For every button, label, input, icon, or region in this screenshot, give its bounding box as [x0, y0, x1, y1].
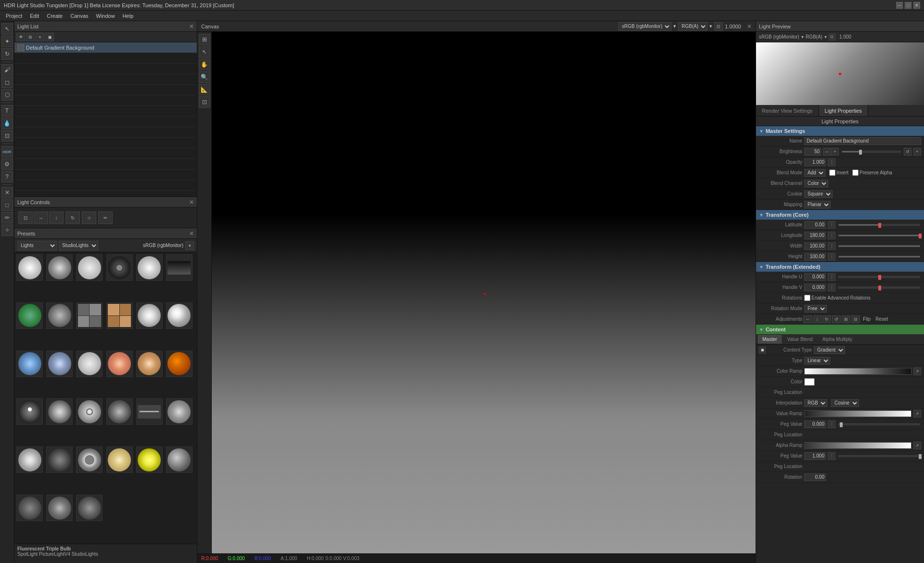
canvas-tool-fit[interactable]: ⊞ [199, 34, 210, 45]
reset-label[interactable]: Reset [875, 316, 888, 322]
color-ramp-bar[interactable] [804, 368, 911, 375]
adj-btn-1[interactable]: ↔ [803, 315, 812, 323]
ctrl-select[interactable]: ⊡ [18, 211, 33, 224]
preset-item-6[interactable] [166, 254, 192, 281]
preview-fit-btn[interactable]: ⊡ [829, 34, 835, 40]
tab-light-props[interactable]: Light Properties [819, 105, 868, 116]
canvas-tool-hand[interactable]: ✋ [199, 59, 210, 70]
tool-settings[interactable]: ⚙ [1, 158, 13, 170]
tool-pen[interactable]: ✏ [1, 212, 13, 223]
transform-core-collapse[interactable]: ▼ [759, 212, 764, 218]
ctrl-scale[interactable]: ⊹ [82, 211, 96, 224]
prop-preserve-alpha-check[interactable] [852, 170, 859, 176]
tool-help[interactable]: ? [1, 171, 13, 183]
menu-create[interactable]: Create [43, 12, 66, 20]
canvas-tool-zoom[interactable]: 🔍 [199, 71, 210, 83]
preset-item-21[interactable] [76, 398, 103, 425]
preset-item-11[interactable] [136, 302, 163, 329]
preview-ch-arrow[interactable]: ▾ [824, 34, 827, 39]
preset-item-20[interactable] [46, 398, 73, 425]
tool-eraser[interactable]: ◻ [1, 77, 13, 88]
adj-btn-5[interactable]: ⊞ [842, 315, 850, 323]
handlev-slider[interactable] [838, 287, 920, 288]
preset-item-25[interactable] [16, 446, 43, 473]
preset-item-3[interactable] [76, 254, 103, 281]
menu-window[interactable]: Window [92, 12, 119, 20]
preset-item-27[interactable] [76, 446, 103, 473]
adj-btn-3[interactable]: ↻ [822, 315, 831, 323]
pegvalue-stepper[interactable]: ⋮ [828, 420, 835, 428]
prop-latitude-input[interactable] [804, 221, 826, 229]
prop-height-input[interactable] [804, 253, 826, 261]
prop-pegvalue3-input[interactable] [804, 452, 826, 460]
brightness-slider[interactable] [842, 151, 901, 153]
prop-contenttype-select[interactable]: Gradient [814, 346, 845, 354]
tool-text[interactable]: T [1, 105, 13, 117]
canvas-colorspace-select[interactable]: sRGB (rgbMonitor) [618, 22, 671, 31]
tool-hdr[interactable]: HDR [1, 146, 13, 157]
presets-close[interactable]: ✕ [189, 230, 194, 237]
prop-interp-select2[interactable]: Cosine [831, 399, 859, 407]
longitude-stepper[interactable]: ⋮ [828, 232, 835, 239]
brightness-more-btn[interactable]: + [913, 148, 921, 156]
tool-magic[interactable]: ✧ [1, 224, 13, 236]
preset-item-16[interactable] [106, 351, 133, 377]
latitude-stepper[interactable]: ⋮ [828, 221, 835, 229]
prop-longitude-input[interactable] [804, 232, 826, 239]
handleu-slider[interactable] [838, 276, 920, 278]
preset-item-31[interactable] [16, 495, 43, 521]
presets-category-select[interactable]: StudioLights [59, 241, 98, 250]
prop-interp-select1[interactable]: RGB [804, 399, 827, 407]
prop-blendchannel-select[interactable]: Color [804, 180, 828, 187]
list-btn-grid[interactable]: ⊞ [26, 33, 35, 41]
prop-name-input[interactable] [804, 137, 921, 145]
close-button[interactable]: ✕ [913, 2, 920, 9]
opacity-stepper[interactable]: ⋮ [828, 158, 835, 166]
prop-cookie-select[interactable]: Square [804, 190, 833, 198]
preset-item-32[interactable] [46, 495, 73, 521]
prop-opacity-input[interactable] [804, 158, 826, 166]
tool-shape[interactable]: ⬡ [1, 89, 13, 101]
list-btn-eye[interactable]: 👁 [16, 33, 25, 41]
value-ramp-bar[interactable] [804, 410, 911, 417]
tool-select[interactable]: ↖ [1, 23, 13, 35]
preset-item-12[interactable] [166, 302, 192, 329]
ctrl-move-v[interactable]: ↕ [49, 211, 64, 224]
ctrl-pen[interactable]: ✏ [98, 211, 113, 224]
colorramp-more-btn[interactable]: ↗ [913, 367, 921, 375]
prop-handlev-input[interactable] [804, 284, 826, 291]
adj-btn-6[interactable]: ⊟ [851, 315, 860, 323]
tool-square[interactable]: □ [1, 199, 13, 211]
prop-mapping-select[interactable]: Planar [804, 201, 831, 209]
width-slider[interactable] [838, 245, 920, 247]
light-controls-close[interactable]: ✕ [189, 199, 194, 206]
preset-item-2[interactable] [46, 254, 73, 281]
enable-adv-rotations-check[interactable] [804, 295, 810, 301]
preset-item-30[interactable] [166, 446, 192, 473]
preset-item-9[interactable] [76, 302, 103, 329]
presets-type-select[interactable]: Lights StudioLights [17, 241, 57, 250]
canvas-close[interactable]: ✕ [747, 23, 752, 30]
content-tab-master[interactable]: Master [758, 335, 782, 343]
content-tab-alphamultiply[interactable]: Alpha Multiply [819, 336, 856, 343]
preset-item-29[interactable] [136, 446, 163, 473]
content-collapse[interactable]: ▼ [759, 327, 764, 332]
tool-eyedrop[interactable]: 💧 [1, 118, 13, 129]
pegvalue3-stepper[interactable]: ⋮ [828, 452, 835, 460]
latitude-slider[interactable] [838, 224, 920, 226]
master-collapse-icon[interactable]: ▼ [759, 129, 764, 134]
preset-item-18[interactable] [166, 351, 192, 377]
preset-item-8[interactable] [46, 302, 73, 329]
menu-canvas[interactable]: Canvas [66, 12, 92, 20]
prop-type-select[interactable]: Linear [804, 357, 830, 365]
brightness-plus-btn[interactable]: + [831, 148, 839, 156]
ctrl-move-h[interactable]: ↔ [34, 211, 48, 224]
handleu-stepper[interactable]: ⋮ [828, 273, 835, 281]
preset-item-24[interactable] [166, 398, 192, 425]
preset-item-17[interactable] [136, 351, 163, 377]
canvas-tool-select[interactable]: ↖ [199, 46, 210, 58]
preset-item-7[interactable] [16, 302, 43, 329]
tab-render-view[interactable]: Render View Settings [756, 105, 819, 116]
prop-pegvalue-input[interactable] [804, 420, 826, 428]
ctrl-rotate[interactable]: ↻ [65, 211, 80, 224]
